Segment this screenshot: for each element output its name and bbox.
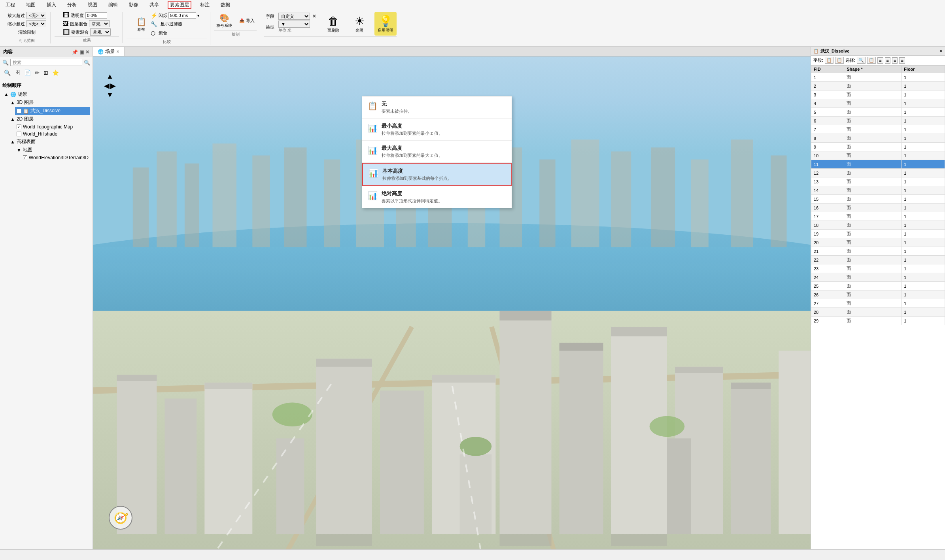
toc-scene[interactable]: ▲ 🌐 场景 xyxy=(2,90,90,98)
table-row[interactable]: 10 面 1 xyxy=(811,151,945,160)
scene-tab[interactable]: 🌐 场景 ✕ xyxy=(93,47,125,56)
table-row[interactable]: 14 面 1 xyxy=(811,186,945,195)
tool-layer-btn[interactable]: 📄 xyxy=(23,69,32,77)
nav-down-btn[interactable]: ▼ xyxy=(106,91,113,99)
table-row[interactable]: 19 面 1 xyxy=(811,230,945,238)
attr-btn-2[interactable]: 📋 xyxy=(835,57,844,64)
menu-item-insert[interactable]: 插入 xyxy=(44,1,59,9)
menu-item-label[interactable]: 标注 xyxy=(198,1,212,9)
field-select[interactable]: 自定义 xyxy=(278,13,310,20)
worldelevation-checkbox[interactable] xyxy=(23,155,27,160)
nav-left-btn[interactable]: ◀ xyxy=(104,81,110,90)
table-row[interactable]: 11 面 1 xyxy=(811,160,945,169)
toc-2d-layers[interactable]: ▲ 2D 图层 xyxy=(9,115,90,123)
table-row[interactable]: 1 面 1 xyxy=(811,73,945,82)
flash-input[interactable] xyxy=(168,12,196,19)
flash-arrow[interactable]: ▾ xyxy=(197,13,199,18)
table-row[interactable]: 18 面 1 xyxy=(811,221,945,230)
col-floor[interactable]: Floor xyxy=(902,66,945,73)
attr-btn-4[interactable]: ≡ xyxy=(877,57,883,64)
map-canvas[interactable]: ▲ ◀ ▶ ▼ 🧭 📋 无 xyxy=(93,57,811,549)
display-filter-btn[interactable]: 显示过滤器 xyxy=(159,20,184,28)
table-row[interactable]: 3 面 1 xyxy=(811,91,945,99)
table-row[interactable]: 5 面 1 xyxy=(811,108,945,117)
table-row[interactable]: 26 面 1 xyxy=(811,290,945,299)
table-row[interactable]: 15 面 1 xyxy=(811,195,945,204)
menu-item-view[interactable]: 视图 xyxy=(85,1,100,9)
transparency-input[interactable] xyxy=(85,12,107,19)
toc-item-wuhan-dissolve[interactable]: 📋 武汉_Dissolve xyxy=(15,107,90,115)
attr-btn-5[interactable]: ≡ xyxy=(885,57,890,64)
toc-elevation[interactable]: ▲ 高程表面 xyxy=(9,138,90,146)
table-row[interactable]: 29 面 1 xyxy=(811,317,945,325)
table-row[interactable]: 12 面 1 xyxy=(811,169,945,177)
table-row[interactable]: 27 面 1 xyxy=(811,299,945,308)
table-row[interactable]: 6 面 1 xyxy=(811,117,945,125)
menu-item-analysis[interactable]: 分析 xyxy=(65,1,79,9)
toc-item-world-hillshade[interactable]: World_Hillshade xyxy=(15,130,90,138)
toc-item-map[interactable]: ▼ 地图 xyxy=(15,146,90,154)
dropdown-item-max-height[interactable]: 📊 最大高度 拉伸将添加到要素的最大 z 值。 xyxy=(362,141,512,163)
scene-tab-close[interactable]: ✕ xyxy=(116,49,119,54)
col-shape[interactable]: Shape * xyxy=(844,66,902,73)
table-row[interactable]: 20 面 1 xyxy=(811,238,945,247)
world-topo-checkbox[interactable] xyxy=(17,124,21,129)
attr-table-scroll[interactable]: FID Shape * Floor 1 面 1 2 面 1 3 面 1 4 面 … xyxy=(811,65,945,549)
menu-item-share[interactable]: 共享 xyxy=(147,1,161,9)
attr-select-btn[interactable]: 🔍 xyxy=(857,57,866,64)
menu-item-data[interactable]: 数据 xyxy=(218,1,232,9)
type-select[interactable]: ▼ xyxy=(278,21,310,28)
attr-btn-7[interactable]: ≡ xyxy=(899,57,905,64)
field-clear-btn[interactable]: ✕ xyxy=(312,13,316,19)
table-row[interactable]: 23 面 1 xyxy=(811,264,945,273)
menu-item-feature-layer[interactable]: 要素图层 xyxy=(168,1,191,9)
nav-right-btn[interactable]: ▶ xyxy=(110,81,116,90)
panel-dock-icon[interactable]: ▣ xyxy=(79,49,84,55)
layer-blend-select[interactable]: 常规 xyxy=(89,20,110,27)
search-input[interactable] xyxy=(10,59,82,66)
menu-item-project[interactable]: 工程 xyxy=(3,1,17,9)
import-btn[interactable]: 📥 导入 xyxy=(237,17,257,25)
tool-edit-btn[interactable]: ✏ xyxy=(33,69,41,77)
tool-filter-btn[interactable]: 🔍 xyxy=(2,69,12,77)
menu-item-map[interactable]: 地图 xyxy=(24,1,38,9)
dropdown-item-base-height[interactable]: 📊 基本高度 拉伸将添加到要素基础的每个折点。 xyxy=(362,163,512,186)
panel-close-icon[interactable]: ✕ xyxy=(85,49,89,55)
table-row[interactable]: 22 面 1 xyxy=(811,256,945,264)
menu-item-image[interactable]: 影像 xyxy=(127,1,141,9)
table-row[interactable]: 2 面 1 xyxy=(811,82,945,91)
wuhan-dissolve-checkbox[interactable] xyxy=(17,109,21,113)
table-row[interactable]: 16 面 1 xyxy=(811,204,945,212)
table-row[interactable]: 24 面 1 xyxy=(811,273,945,282)
table-row[interactable]: 17 面 1 xyxy=(811,212,945,221)
table-row[interactable]: 7 面 1 xyxy=(811,125,945,134)
tool-table-btn[interactable]: ⊞ xyxy=(42,69,50,77)
table-row[interactable]: 4 面 1 xyxy=(811,99,945,108)
toc-item-worldelevation[interactable]: WorldElevation3D/Terrain3D xyxy=(21,154,90,161)
toc-item-world-topo[interactable]: World Topographic Map xyxy=(15,123,90,130)
panel-pin-icon[interactable]: 📌 xyxy=(72,49,78,55)
swipe-btn[interactable]: 📋 卷帘 xyxy=(134,16,148,34)
zoom-above-select[interactable]: <无> xyxy=(26,12,46,19)
table-row[interactable]: 25 面 1 xyxy=(811,282,945,290)
symbol-system-btn[interactable]: 🎨 符号系统 xyxy=(214,12,234,30)
enable-lighting-btn[interactable]: 💡 启用照明 xyxy=(374,12,397,36)
table-row[interactable]: 28 面 1 xyxy=(811,308,945,317)
search-btn-icon[interactable]: 🔍 xyxy=(84,60,90,66)
compass[interactable]: 🧭 xyxy=(109,506,132,530)
tool-db-btn[interactable]: 🗄 xyxy=(13,69,22,77)
feature-blend-select[interactable]: 常规 xyxy=(90,28,111,36)
table-row[interactable]: 8 面 1 xyxy=(811,134,945,143)
menu-item-edit[interactable]: 编辑 xyxy=(106,1,120,9)
zoom-below-select[interactable]: <无> xyxy=(26,20,46,27)
attr-btn-1[interactable]: 📋 xyxy=(825,57,833,64)
attr-btn-6[interactable]: ≡ xyxy=(892,57,898,64)
light-btn[interactable]: ☀ 光照 xyxy=(348,12,370,36)
table-row[interactable]: 21 面 1 xyxy=(811,247,945,256)
dropdown-item-min-height[interactable]: 📊 最小高度 拉伸将添加到要素的最小 z 值。 xyxy=(362,119,512,141)
attr-table-close-btn[interactable]: ✕ xyxy=(939,49,943,54)
attr-btn-3[interactable]: 📋 xyxy=(867,57,876,64)
dropdown-item-none[interactable]: 📋 无 要素未被拉伸。 xyxy=(362,96,512,119)
dropdown-item-abs-height[interactable]: 📊 绝对高度 要素以平顶形式拉伸到特定值。 xyxy=(362,186,512,208)
world-hillshade-checkbox[interactable] xyxy=(17,132,21,136)
